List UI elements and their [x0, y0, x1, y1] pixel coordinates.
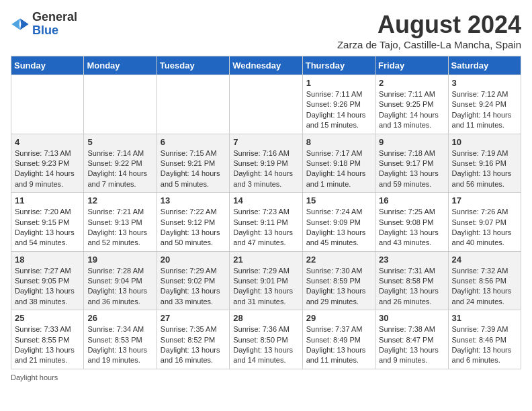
day-info: Sunrise: 7:24 AMSunset: 9:09 PMDaylight:…	[306, 207, 371, 248]
day-info-line: Sunrise: 7:32 AM	[452, 266, 517, 276]
day-info-line: Daylight: 13 hours and 21 minutes.	[15, 345, 80, 366]
day-info: Sunrise: 7:37 AMSunset: 8:49 PMDaylight:…	[306, 324, 371, 366]
calendar-cell: 31Sunrise: 7:39 AMSunset: 8:46 PMDayligh…	[448, 310, 521, 369]
day-info-line: Daylight: 13 hours and 31 minutes.	[233, 286, 298, 307]
day-info-line: Sunset: 9:24 PM	[452, 99, 517, 109]
calendar-cell: 17Sunrise: 7:26 AMSunset: 9:07 PMDayligh…	[448, 193, 521, 252]
calendar-cell: 11Sunrise: 7:20 AMSunset: 9:15 PMDayligh…	[11, 193, 84, 252]
day-info-line: Daylight: 13 hours and 36 minutes.	[87, 286, 152, 307]
day-info-line: Sunset: 8:46 PM	[452, 335, 517, 345]
day-info-line: Daylight: 13 hours and 40 minutes.	[452, 228, 517, 248]
day-info-line: Sunset: 9:11 PM	[233, 218, 298, 228]
calendar-cell: 10Sunrise: 7:19 AMSunset: 9:16 PMDayligh…	[448, 134, 521, 193]
calendar-cell	[84, 75, 157, 134]
day-info: Sunrise: 7:21 AMSunset: 9:13 PMDaylight:…	[87, 207, 152, 248]
day-number: 14	[233, 195, 298, 205]
day-number: 12	[87, 195, 152, 205]
day-info-line: Sunrise: 7:26 AM	[452, 207, 517, 217]
day-info: Sunrise: 7:39 AMSunset: 8:46 PMDaylight:…	[452, 324, 517, 366]
calendar-cell	[230, 75, 302, 134]
calendar-week-2: 4Sunrise: 7:13 AMSunset: 9:23 PMDaylight…	[11, 134, 521, 193]
day-info-line: Daylight: 13 hours and 33 minutes.	[161, 286, 226, 307]
calendar-week-1: 1Sunrise: 7:11 AMSunset: 9:26 PMDaylight…	[11, 75, 521, 134]
day-info-line: Daylight: 13 hours and 50 minutes.	[161, 228, 226, 248]
calendar-header-row: SundayMondayTuesdayWednesdayThursdayFrid…	[11, 56, 521, 75]
calendar-cell: 25Sunrise: 7:33 AMSunset: 8:55 PMDayligh…	[11, 310, 84, 369]
calendar-cell: 30Sunrise: 7:38 AMSunset: 8:47 PMDayligh…	[375, 310, 448, 369]
day-info-line: Daylight: 14 hours and 9 minutes.	[15, 169, 80, 189]
day-info-line: Sunrise: 7:21 AM	[87, 207, 152, 217]
day-info: Sunrise: 7:29 AMSunset: 9:01 PMDaylight:…	[233, 266, 298, 308]
day-number: 25	[15, 313, 80, 323]
day-info-line: Sunrise: 7:16 AM	[233, 148, 298, 158]
day-info: Sunrise: 7:27 AMSunset: 9:05 PMDaylight:…	[15, 266, 80, 308]
day-info: Sunrise: 7:11 AMSunset: 9:26 PMDaylight:…	[306, 89, 371, 131]
day-info-line: Daylight: 13 hours and 26 minutes.	[379, 286, 444, 307]
day-info-line: Sunrise: 7:15 AM	[161, 148, 226, 158]
day-info-line: Daylight: 13 hours and 47 minutes.	[233, 228, 298, 248]
day-info-line: Sunset: 9:13 PM	[87, 218, 152, 228]
day-info: Sunrise: 7:36 AMSunset: 8:50 PMDaylight:…	[233, 324, 298, 366]
calendar-cell: 26Sunrise: 7:34 AMSunset: 8:53 PMDayligh…	[84, 310, 157, 369]
day-number: 26	[87, 313, 152, 323]
day-info: Sunrise: 7:32 AMSunset: 8:56 PMDaylight:…	[452, 266, 517, 308]
footer: Daylight hours	[11, 373, 521, 381]
calendar-cell	[11, 75, 84, 134]
column-header-wednesday: Wednesday	[230, 56, 302, 75]
day-info-line: Daylight: 13 hours and 56 minutes.	[452, 169, 517, 189]
day-info-line: Daylight: 13 hours and 38 minutes.	[15, 286, 80, 307]
day-info-line: Daylight: 13 hours and 6 minutes.	[452, 345, 517, 366]
calendar-cell: 14Sunrise: 7:23 AMSunset: 9:11 PMDayligh…	[230, 193, 302, 252]
day-info-line: Sunrise: 7:14 AM	[87, 148, 152, 158]
day-info-line: Sunrise: 7:39 AM	[452, 324, 517, 334]
day-info-line: Daylight: 13 hours and 59 minutes.	[379, 169, 444, 189]
day-info-line: Sunset: 8:56 PM	[452, 276, 517, 286]
day-info: Sunrise: 7:16 AMSunset: 9:19 PMDaylight:…	[233, 148, 298, 190]
day-number: 29	[306, 313, 371, 323]
day-info: Sunrise: 7:29 AMSunset: 9:02 PMDaylight:…	[161, 266, 226, 308]
day-info-line: Daylight: 14 hours and 13 minutes.	[379, 110, 444, 131]
day-info-line: Daylight: 13 hours and 24 minutes.	[452, 286, 517, 307]
day-info-line: Sunrise: 7:30 AM	[306, 266, 371, 276]
day-info-line: Sunset: 9:23 PM	[15, 158, 80, 169]
day-info-line: Sunrise: 7:25 AM	[379, 207, 444, 217]
day-info: Sunrise: 7:34 AMSunset: 8:53 PMDaylight:…	[87, 324, 152, 366]
day-number: 11	[15, 195, 80, 205]
day-number: 3	[452, 78, 517, 88]
calendar-cell: 19Sunrise: 7:28 AMSunset: 9:04 PMDayligh…	[84, 251, 157, 310]
calendar-table: SundayMondayTuesdayWednesdayThursdayFrid…	[11, 56, 521, 369]
day-info-line: Sunset: 9:04 PM	[87, 276, 152, 286]
day-number: 6	[161, 137, 226, 147]
day-number: 31	[452, 313, 517, 323]
day-number: 24	[452, 255, 517, 265]
day-info-line: Daylight: 14 hours and 5 minutes.	[161, 169, 226, 189]
day-info: Sunrise: 7:17 AMSunset: 9:18 PMDaylight:…	[306, 148, 371, 190]
day-info-line: Sunrise: 7:29 AM	[161, 266, 226, 276]
day-number: 21	[233, 255, 298, 265]
day-info-line: Sunrise: 7:38 AM	[379, 324, 444, 334]
day-number: 17	[452, 195, 517, 205]
calendar-cell: 9Sunrise: 7:18 AMSunset: 9:17 PMDaylight…	[375, 134, 448, 193]
calendar-cell: 29Sunrise: 7:37 AMSunset: 8:49 PMDayligh…	[302, 310, 375, 369]
day-info-line: Sunrise: 7:27 AM	[15, 266, 80, 276]
day-info-line: Sunset: 9:05 PM	[15, 276, 80, 286]
calendar-cell: 28Sunrise: 7:36 AMSunset: 8:50 PMDayligh…	[230, 310, 302, 369]
day-number: 19	[87, 255, 152, 265]
logo-bird-icon	[11, 15, 30, 34]
day-info-line: Sunset: 9:26 PM	[306, 99, 371, 109]
day-info-line: Daylight: 13 hours and 45 minutes.	[306, 228, 371, 248]
day-number: 13	[161, 195, 226, 205]
logo-text: General Blue	[32, 11, 77, 38]
calendar-cell	[157, 75, 229, 134]
day-info-line: Sunset: 8:50 PM	[233, 335, 298, 345]
day-info: Sunrise: 7:30 AMSunset: 8:59 PMDaylight:…	[306, 266, 371, 308]
day-info-line: Sunrise: 7:29 AM	[233, 266, 298, 276]
day-number: 30	[379, 313, 444, 323]
day-info-line: Sunrise: 7:33 AM	[15, 324, 80, 334]
day-info-line: Daylight: 13 hours and 19 minutes.	[87, 345, 152, 366]
day-number: 8	[306, 137, 371, 147]
day-info: Sunrise: 7:33 AMSunset: 8:55 PMDaylight:…	[15, 324, 80, 366]
day-info-line: Sunrise: 7:28 AM	[87, 266, 152, 276]
month-title: August 2024	[337, 11, 521, 39]
column-header-friday: Friday	[375, 56, 448, 75]
